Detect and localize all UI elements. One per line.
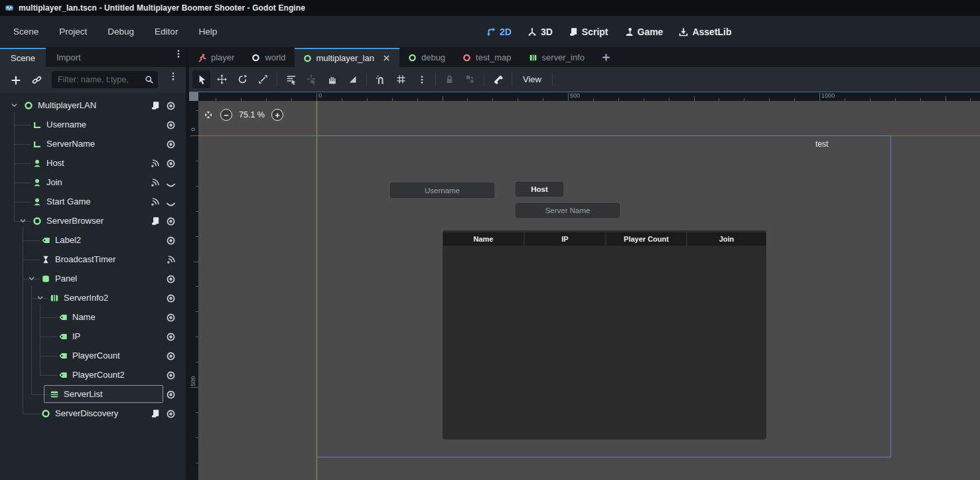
zoom-level[interactable]: 75.1 %: [239, 110, 265, 120]
signal-badge-icon[interactable]: [151, 178, 160, 187]
visibility-hidden-icon[interactable]: [166, 200, 176, 210]
dock-tab-scene[interactable]: Scene: [0, 48, 46, 67]
visibility-icon[interactable]: [166, 139, 176, 149]
zoom-out-button[interactable]: −: [220, 109, 232, 121]
add-node-button[interactable]: [11, 75, 21, 86]
ruler-tool-button[interactable]: [344, 70, 362, 88]
visibility-icon[interactable]: [166, 101, 176, 111]
node-name: BroadcastTimer: [55, 254, 115, 264]
instantiate-scene-button[interactable]: [32, 75, 42, 85]
scene-filter-input[interactable]: [52, 71, 158, 88]
visibility-icon[interactable]: [166, 370, 176, 380]
tree-node-panel[interactable]: Panel: [0, 270, 186, 289]
workspace-2d[interactable]: 2D: [486, 27, 512, 37]
canvas-server-panel[interactable]: NameIPPlayer CountJoin: [443, 230, 766, 440]
tree-node-start-game[interactable]: Start Game: [0, 193, 186, 212]
workspace-game[interactable]: Game: [624, 27, 664, 37]
visibility-hidden-icon[interactable]: [166, 181, 176, 191]
scene-tab-debug[interactable]: debug: [399, 48, 454, 67]
tree-node-multiplayerlan[interactable]: MultiplayerLAN: [0, 96, 186, 116]
scene-tab-server_info[interactable]: server_info: [520, 48, 593, 67]
grid-snap-button[interactable]: [392, 70, 410, 88]
skeleton-options-button[interactable]: [489, 70, 507, 88]
expand-arrow-icon[interactable]: [11, 102, 19, 110]
smart-snap-button[interactable]: [372, 70, 389, 88]
tree-node-servername[interactable]: ServerName: [0, 135, 186, 154]
center-view-icon[interactable]: [203, 110, 214, 120]
server-table-header-ip[interactable]: IP: [525, 232, 605, 246]
ruler-tick: [694, 96, 695, 101]
expand-arrow-icon[interactable]: [19, 217, 27, 225]
menu-project[interactable]: Project: [55, 24, 91, 39]
dock-tab-import[interactable]: Import: [46, 48, 92, 67]
visibility-icon[interactable]: [166, 409, 176, 419]
server-table-header-name[interactable]: Name: [443, 232, 524, 246]
view-menu-button[interactable]: View: [516, 70, 549, 88]
tree-node-username[interactable]: Username: [0, 116, 186, 135]
visibility-icon[interactable]: [166, 159, 176, 169]
scene-dock-menu-icon[interactable]: [169, 72, 178, 81]
tree-node-join[interactable]: Join: [0, 173, 186, 193]
visibility-icon[interactable]: [166, 351, 176, 361]
visibility-icon[interactable]: [166, 332, 176, 342]
tree-node-playercount2[interactable]: PlayerCount2: [0, 366, 186, 385]
expand-arrow-icon[interactable]: [28, 275, 36, 283]
server-table-header-player-count[interactable]: Player Count: [606, 232, 686, 246]
tree-node-serverdiscovery[interactable]: ServerDiscovery: [0, 404, 186, 424]
scale-tool-button[interactable]: [254, 70, 272, 88]
visibility-icon[interactable]: [166, 236, 176, 246]
2d-viewport[interactable]: Username Host Server Name NameIPPlayer C…: [198, 101, 980, 480]
pan-tool-button[interactable]: [323, 70, 341, 88]
visibility-icon[interactable]: [166, 216, 176, 226]
visibility-icon[interactable]: [166, 390, 176, 400]
list-select-tool-button[interactable]: [282, 70, 300, 88]
tree-node-playercount[interactable]: PlayerCount: [0, 347, 186, 366]
menu-debug[interactable]: Debug: [104, 24, 138, 39]
workspace-3d[interactable]: 3D: [527, 27, 553, 37]
script-badge-icon[interactable]: [151, 101, 160, 110]
scene-tab-multiplayer_lan[interactable]: multiplayer_lan: [295, 48, 399, 67]
close-icon[interactable]: [382, 54, 391, 62]
menu-editor[interactable]: Editor: [151, 24, 182, 39]
new-scene-tab-button[interactable]: [593, 48, 619, 67]
ruler-tick: [568, 93, 569, 101]
signal-badge-icon[interactable]: [151, 197, 160, 206]
scene-tab-world[interactable]: world: [243, 48, 294, 67]
script-badge-icon[interactable]: [151, 409, 160, 418]
tree-node-serverinfo2[interactable]: ServerInfo2: [0, 289, 186, 308]
ruler-tick: [618, 98, 619, 101]
workspace-script[interactable]: Script: [569, 27, 608, 37]
script-badge-icon[interactable]: [151, 216, 160, 226]
canvas-host-button[interactable]: Host: [516, 182, 563, 197]
tree-node-broadcasttimer[interactable]: BroadcastTimer: [0, 250, 186, 270]
tree-node-ip[interactable]: IP: [0, 327, 186, 347]
tree-node-host[interactable]: Host: [0, 154, 186, 173]
menu-scene[interactable]: Scene: [9, 24, 42, 39]
snap-options-button[interactable]: [413, 70, 431, 88]
scene-tab-test_map[interactable]: test_map: [454, 48, 520, 67]
workspace-assetlib[interactable]: AssetLib: [679, 27, 731, 37]
select-tool-button[interactable]: [192, 70, 210, 88]
visibility-icon[interactable]: [166, 274, 176, 284]
rotate-tool-button[interactable]: [234, 70, 251, 88]
canvas-username-lineedit[interactable]: Username: [390, 183, 494, 198]
visibility-icon[interactable]: [166, 293, 176, 303]
menu-help[interactable]: Help: [194, 24, 221, 39]
visibility-icon[interactable]: [166, 120, 176, 130]
visibility-icon[interactable]: [166, 313, 176, 323]
tree-node-serverbrowser[interactable]: ServerBrowser: [0, 212, 186, 231]
tree-node-serverlist[interactable]: ServerList: [0, 385, 186, 404]
dock-tab-menu-icon[interactable]: [174, 49, 183, 66]
zoom-in-button[interactable]: +: [271, 109, 283, 121]
canvas-server-name-lineedit[interactable]: Server Name: [516, 203, 620, 218]
tree-node-label2[interactable]: Label2: [0, 231, 186, 250]
move-tool-button[interactable]: [213, 70, 231, 88]
expand-arrow-icon[interactable]: [36, 294, 44, 302]
tree-node-name[interactable]: Name: [0, 308, 186, 327]
ruler-tick: [291, 98, 292, 101]
ruler-tick: [196, 186, 198, 187]
signal-badge-icon[interactable]: [167, 255, 176, 264]
scene-tab-player[interactable]: player: [189, 48, 243, 67]
server-table-header-join[interactable]: Join: [687, 232, 766, 246]
signal-badge-icon[interactable]: [151, 159, 160, 168]
